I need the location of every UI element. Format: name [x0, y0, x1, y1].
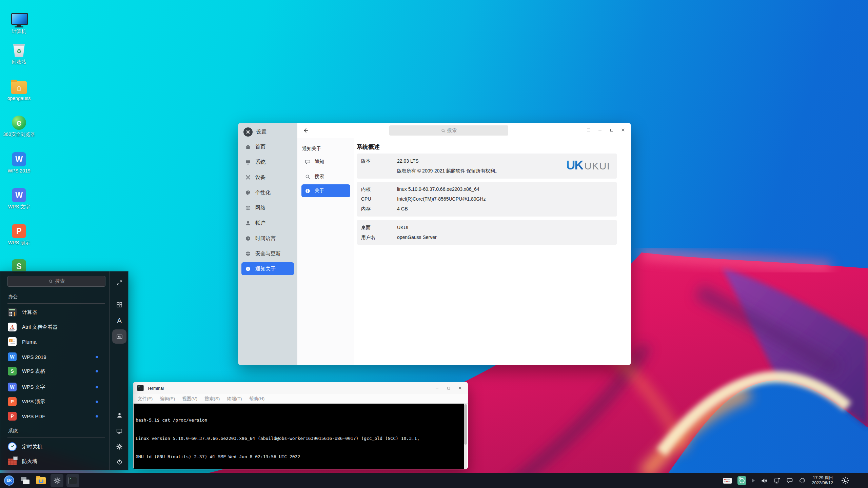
running-badge	[96, 370, 98, 372]
desktop-icon-recycle-bin[interactable]: ♻ 回收站	[3, 44, 35, 65]
settings-main-panel: 系统概述 版本 22.03 LTS 版权所有 © 2009-2021 麒麟软件 …	[354, 138, 631, 365]
task-view-icon	[21, 477, 29, 484]
sidebar-item-account[interactable]: 帐户	[241, 217, 294, 229]
terminal-titlebar[interactable]: >_ Terminal	[133, 382, 468, 394]
desktop-icon-computer[interactable]: 计算机	[3, 13, 35, 34]
start-menu-search-input[interactable]: 搜索	[7, 276, 105, 287]
all-apps-grid-icon	[116, 301, 123, 308]
input-method-keyboard-icon[interactable]	[723, 478, 732, 484]
minimize-button[interactable]	[595, 125, 605, 135]
menu-item-atril[interactable]: A Atril 文档查看器	[5, 321, 105, 333]
desktop-icon-opengauss[interactable]: ⌂ opengauss	[3, 80, 35, 101]
list-view-button[interactable]	[112, 329, 126, 344]
person-icon	[245, 220, 251, 226]
sidebar-item-network[interactable]: 网络	[241, 201, 294, 214]
menu-item-wps-2019[interactable]: W WPS 2019	[5, 351, 105, 363]
task-view-button[interactable]	[19, 474, 32, 487]
sort-letter-button[interactable]: A	[112, 313, 126, 328]
desktop-icon-wps-2019[interactable]: W WPS 2019	[3, 152, 35, 174]
start-button[interactable]: UK	[3, 474, 16, 487]
volume-icon[interactable]	[761, 477, 768, 484]
menu-item-wps-pdf[interactable]: P WPS PDF	[5, 410, 105, 422]
scrollbar-thumb[interactable]	[464, 404, 467, 445]
menu-item-wps-presentation[interactable]: P WPS 演示	[5, 395, 105, 408]
info-icon	[245, 266, 251, 272]
sidebar-item-notification-about[interactable]: 通知关于	[241, 262, 294, 275]
user-row: 用户名 openGauss Server	[361, 234, 559, 240]
power-button[interactable]	[112, 455, 126, 469]
sidebar-item-home[interactable]: 首页	[241, 140, 294, 153]
tray-expand-icon[interactable]	[752, 479, 755, 483]
clock-date: 2022/06/12	[812, 481, 833, 486]
settings-window: 设置 首页 系统 设备 个性化 网络 帐户 时间语言 安全与更新	[238, 123, 631, 365]
subnav-item-notifications[interactable]: 通知	[301, 155, 350, 168]
firewall-icon	[8, 459, 17, 465]
minimize-button[interactable]	[433, 384, 441, 392]
close-button[interactable]	[618, 125, 628, 135]
list-view-icon	[116, 333, 123, 340]
menu-item-firewall[interactable]: 防火墙	[5, 455, 105, 467]
wps-pdf-icon: P	[8, 412, 17, 421]
terminal-window: >_ Terminal 文件(F) 编辑(E) 视图(V) 搜索(S) 终端(T…	[133, 382, 468, 469]
settings-task-button[interactable]	[51, 474, 63, 487]
folder-icon: ⌂	[11, 81, 27, 94]
back-button[interactable]	[301, 126, 310, 135]
close-button[interactable]	[456, 384, 465, 392]
settings-app-title: 设置	[256, 129, 267, 135]
menu-item-calculator[interactable]: 计算器	[5, 306, 105, 318]
terminal-output[interactable]: bash-5.1$ cat /proc/version Linux versio…	[134, 404, 467, 469]
menu-item-wps-spreadsheet[interactable]: S WPS 表格	[5, 365, 105, 377]
taskbar: UK >_ 17:29 周日 2022/06/12	[0, 473, 868, 488]
desktop-icon-wps-writer[interactable]: W WPS 文字	[3, 188, 35, 210]
messages-icon[interactable]	[786, 477, 793, 484]
expand-button[interactable]	[112, 276, 126, 290]
recycle-bin-icon: ♻	[13, 44, 25, 57]
menu-help[interactable]: 帮助(H)	[249, 396, 265, 402]
sidebar-item-system[interactable]: 系统	[241, 156, 294, 168]
hardware-card: 内核 linux 5.10.0-60.37.0.66.oe2203.x86_64…	[357, 182, 617, 217]
settings-titlebar: 搜索	[297, 123, 631, 138]
desktop-icon-360-browser[interactable]: e 360安全浏览器	[3, 116, 35, 137]
wps-writer-icon: W	[12, 188, 26, 202]
computer-button[interactable]	[112, 424, 126, 438]
start-logo-icon: UK	[4, 475, 14, 486]
maximize-button[interactable]	[444, 384, 453, 392]
menu-item-pluma[interactable]: T Pluma	[5, 336, 105, 348]
subnav-item-search[interactable]: 搜索	[301, 170, 350, 183]
subnav-item-about[interactable]: 关于	[301, 184, 350, 197]
all-apps-button[interactable]	[112, 298, 126, 312]
terminal-scrollbar[interactable]	[464, 404, 467, 469]
menu-file[interactable]: 文件(F)	[138, 396, 153, 402]
sidebar-item-devices[interactable]: 设备	[241, 171, 294, 184]
settings-search-input[interactable]: 搜索	[389, 125, 508, 136]
computer-icon	[11, 13, 27, 27]
terminal-task-button[interactable]: >_	[66, 474, 79, 487]
sort-letter-icon: A	[117, 317, 122, 325]
menu-item-shutdown-timer[interactable]: 定时关机	[5, 441, 105, 453]
menu-search[interactable]: 搜索(S)	[204, 396, 220, 402]
sidebar-item-time-language[interactable]: 时间语言	[241, 232, 294, 245]
settings-button[interactable]	[112, 440, 126, 454]
sidebar-item-security-update[interactable]: 安全与更新	[241, 247, 294, 260]
screenshot-icon[interactable]	[737, 476, 746, 485]
file-manager-button[interactable]	[35, 474, 47, 487]
user-button[interactable]	[112, 408, 126, 422]
memory-row: 内存 4 GB	[361, 206, 559, 212]
sidebar-item-personalization[interactable]: 个性化	[241, 186, 294, 199]
display-icon[interactable]	[773, 477, 781, 484]
desktop-icon-wps-presentation[interactable]: P WPS 演示	[3, 224, 35, 246]
menu-view[interactable]: 视图(V)	[182, 396, 197, 402]
window-menu-button[interactable]	[584, 125, 593, 135]
weather-icon[interactable]	[799, 477, 806, 484]
show-desktop-button[interactable]	[863, 473, 866, 488]
menu-edit[interactable]: 编辑(E)	[160, 396, 175, 402]
menu-item-wps-writer[interactable]: W WPS 文字	[5, 381, 105, 393]
maximize-button[interactable]	[607, 125, 616, 135]
night-light-icon[interactable]	[841, 476, 850, 485]
taskbar-clock[interactable]: 17:29 周日 2022/06/12	[812, 475, 833, 486]
menu-terminal[interactable]: 终端(T)	[227, 396, 242, 402]
settings-gear-icon	[116, 443, 123, 450]
running-badge	[96, 386, 98, 388]
desktop-icon-label: WPS 2019	[8, 168, 31, 174]
version-card: 版本 22.03 LTS 版权所有 © 2009-2021 麒麟软件 保留所有权…	[357, 154, 617, 179]
